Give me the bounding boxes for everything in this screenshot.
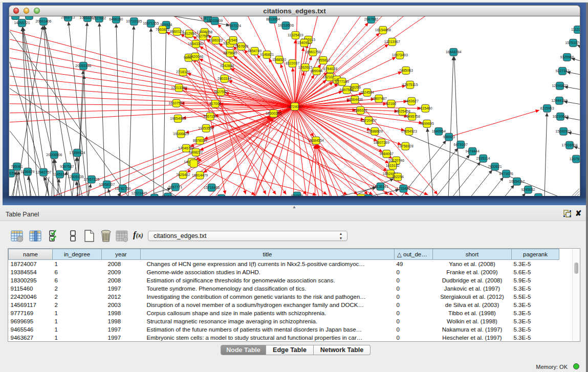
svg-text:9084067: 9084067: [380, 152, 394, 156]
svg-text:14055721: 14055721: [14, 21, 30, 25]
svg-text:9657771: 9657771: [168, 185, 182, 189]
svg-text:18807289: 18807289: [374, 141, 389, 144]
svg-text:8215953: 8215953: [540, 106, 554, 110]
svg-text:6497568: 6497568: [340, 88, 354, 92]
svg-text:1112206: 1112206: [571, 28, 580, 31]
svg-text:7386322: 7386322: [354, 108, 367, 112]
svg-text:10654112: 10654112: [509, 180, 525, 183]
svg-text:9474444: 9474444: [466, 149, 480, 153]
svg-text:16033809: 16033809: [207, 19, 223, 23]
svg-text:9115460: 9115460: [419, 106, 432, 110]
svg-text:12213967: 12213967: [384, 40, 400, 43]
svg-text:7625402: 7625402: [176, 173, 190, 177]
svg-text:10807487: 10807487: [371, 97, 387, 100]
svg-text:10688609: 10688609: [367, 129, 383, 133]
svg-text:8813054: 8813054: [266, 17, 280, 21]
svg-text:924502: 924502: [162, 195, 173, 196]
svg-text:16914479: 16914479: [192, 173, 208, 177]
svg-text:2803144: 2803144: [217, 77, 231, 80]
svg-text:12213389: 12213389: [171, 86, 187, 90]
svg-text:10025458: 10025458: [395, 110, 410, 113]
svg-text:1527602: 1527602: [92, 16, 106, 20]
svg-text:899044: 899044: [311, 69, 322, 73]
svg-text:12975115: 12975115: [402, 83, 418, 86]
svg-text:15720407: 15720407: [361, 119, 377, 122]
svg-text:1145194: 1145194: [53, 172, 67, 176]
svg-text:1156829: 1156829: [21, 170, 35, 173]
svg-text:9227342: 9227342: [555, 69, 569, 73]
svg-text:417006: 417006: [209, 102, 221, 105]
svg-text:16495758: 16495758: [404, 115, 420, 118]
svg-text:8498222: 8498222: [189, 150, 203, 154]
svg-text:9329966: 9329966: [560, 55, 574, 59]
svg-text:6479197: 6479197: [454, 143, 468, 146]
svg-text:20691406: 20691406: [35, 19, 51, 23]
svg-text:19654923: 19654923: [401, 129, 417, 133]
svg-text:62160: 62160: [386, 102, 397, 105]
svg-text:20206506: 20206506: [46, 153, 62, 157]
svg-text:9146821: 9146821: [260, 53, 274, 56]
svg-text:12505135: 12505135: [68, 175, 83, 179]
svg-text:3875685: 3875685: [223, 51, 237, 55]
svg-text:8454749: 8454749: [248, 49, 262, 53]
svg-text:3624554: 3624554: [360, 91, 374, 94]
svg-text:2967608: 2967608: [234, 45, 248, 48]
svg-text:15751074: 15751074: [565, 41, 580, 45]
svg-text:2093713: 2093713: [61, 16, 75, 19]
svg-text:17046768: 17046768: [178, 146, 194, 150]
svg-text:12444193: 12444193: [551, 99, 567, 102]
svg-text:8322037: 8322037: [286, 61, 299, 65]
svg-text:9245652: 9245652: [521, 188, 535, 191]
svg-text:92450: 92450: [533, 195, 543, 196]
svg-text:12093822: 12093822: [552, 84, 568, 87]
svg-text:3267150: 3267150: [203, 115, 217, 118]
svg-text:14136141: 14136141: [373, 185, 388, 188]
svg-text:16543382: 16543382: [188, 42, 204, 46]
svg-text:8678334: 8678334: [193, 139, 207, 142]
svg-text:1546: 1546: [229, 38, 237, 42]
svg-text:16210643: 16210643: [552, 115, 568, 118]
svg-text:2718120: 2718120: [176, 70, 190, 74]
svg-text:7485063: 7485063: [399, 69, 413, 72]
svg-text:1640954: 1640954: [432, 129, 446, 133]
svg-text:9777169: 9777169: [335, 80, 349, 83]
svg-text:924509: 924509: [291, 194, 303, 196]
svg-text:6794028: 6794028: [323, 67, 337, 71]
svg-text:8427552: 8427552: [214, 90, 228, 94]
svg-text:10958107: 10958107: [99, 183, 115, 186]
svg-text:20053346: 20053346: [75, 64, 91, 68]
svg-text:19218506: 19218506: [278, 24, 294, 27]
svg-text:11353594: 11353594: [198, 126, 214, 130]
svg-text:10719185: 10719185: [126, 19, 142, 23]
svg-text:2935114: 2935114: [476, 157, 490, 160]
svg-text:19166825: 19166825: [173, 132, 189, 136]
svg-text:15716485: 15716485: [204, 186, 220, 189]
svg-text:16782759: 16782759: [115, 187, 130, 190]
svg-text:938923: 938923: [443, 135, 455, 139]
svg-text:7955812: 7955812: [316, 58, 330, 62]
svg-text:785061: 785061: [11, 165, 23, 168]
svg-text:9699695: 9699695: [420, 122, 434, 125]
svg-text:16671355: 16671355: [143, 21, 159, 25]
svg-text:2087682: 2087682: [364, 17, 378, 21]
svg-text:39151: 39151: [9, 171, 16, 175]
svg-text:16107552: 16107552: [168, 101, 184, 105]
svg-text:1588520: 1588520: [272, 58, 286, 61]
svg-text:8471676: 8471676: [499, 172, 513, 176]
svg-text:7663822: 7663822: [156, 28, 169, 31]
svg-text:11325419: 11325419: [288, 33, 303, 37]
svg-text:16154808: 16154808: [375, 28, 391, 32]
svg-text:22420046: 22420046: [187, 55, 203, 58]
svg-text:18724007: 18724007: [287, 104, 302, 108]
svg-text:12323445: 12323445: [131, 191, 147, 195]
svg-text:7632621: 7632621: [488, 165, 502, 168]
svg-text:19384554: 19384554: [308, 139, 324, 142]
svg-text:20364436: 20364436: [347, 98, 363, 101]
svg-text:19756928: 19756928: [398, 144, 413, 148]
svg-text:17016504: 17016504: [561, 143, 577, 147]
svg-text:18300295: 18300295: [266, 112, 281, 115]
svg-text:8186323: 8186323: [209, 38, 223, 42]
svg-text:9463627: 9463627: [405, 99, 419, 103]
svg-text:1362615: 1362615: [298, 65, 312, 69]
svg-text:19654985: 19654985: [170, 117, 186, 120]
